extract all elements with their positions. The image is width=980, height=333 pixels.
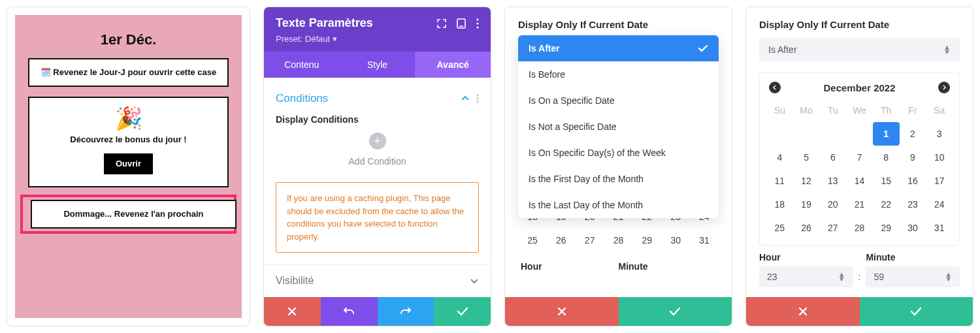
missed-card-text: Dommage... Revenez l'an prochain xyxy=(63,209,203,219)
svg-point-6 xyxy=(477,98,479,100)
calendar-dow-row: SuMoTuWeThFrSa xyxy=(766,99,953,122)
calendar-dow: Tu xyxy=(819,99,846,122)
calendar-day[interactable]: 5 xyxy=(793,146,820,169)
hour-value: 23 xyxy=(767,272,777,282)
condition-select[interactable]: Is After ▲▼ xyxy=(759,38,960,61)
calendar-day[interactable]: 17 xyxy=(926,169,953,193)
condition-option[interactable]: Is After xyxy=(518,35,719,61)
calendar-row: 45678910 xyxy=(766,146,953,169)
preset-label[interactable]: Preset: Défaut ▾ xyxy=(276,34,479,44)
calendar-day[interactable]: 26 xyxy=(793,216,820,240)
cancel-button[interactable] xyxy=(264,297,321,326)
condition-option-label: Is After xyxy=(529,43,560,54)
tab-style[interactable]: Style xyxy=(340,52,416,78)
section-visibility-header[interactable]: Visibilité xyxy=(264,264,491,297)
time-colon: : xyxy=(858,257,861,282)
condition-footer xyxy=(746,297,973,326)
svg-point-3 xyxy=(476,22,478,24)
calendar-day[interactable]: 27 xyxy=(576,229,604,252)
calendar-day[interactable]: 9 xyxy=(900,146,926,169)
condition-option-label: Is Before xyxy=(529,69,565,80)
cancel-button[interactable] xyxy=(746,297,860,326)
calendar-day[interactable]: 14 xyxy=(846,169,873,193)
calendar-day[interactable]: 25 xyxy=(518,229,547,252)
calendar-dow: Sa xyxy=(926,99,953,122)
party-popper-icon: 🎉 xyxy=(35,107,222,129)
minute-label: Minute xyxy=(619,261,717,272)
calendar-day[interactable]: 29 xyxy=(632,229,661,252)
calendar-day[interactable]: 29 xyxy=(873,216,900,240)
calendar-day[interactable]: 15 xyxy=(873,169,900,193)
calendar-day[interactable]: 13 xyxy=(819,169,846,193)
updown-icon: ▲▼ xyxy=(943,45,951,54)
calendar-day[interactable]: 2 xyxy=(900,122,926,146)
calendar-day[interactable]: 31 xyxy=(690,229,719,252)
minute-input[interactable]: 59 ▲▼ xyxy=(866,266,960,287)
condition-option[interactable]: Is Before xyxy=(518,61,719,87)
hour-label: Hour xyxy=(521,261,619,272)
calendar-day[interactable]: 28 xyxy=(604,229,633,252)
tab-advanced[interactable]: Avancé xyxy=(415,52,491,78)
advent-card: 1er Déc. 🗓️ Revenez le Jour-J pour ouvri… xyxy=(15,15,242,318)
calendar-day[interactable]: 26 xyxy=(547,229,576,252)
expand-icon[interactable] xyxy=(437,19,446,28)
tab-content[interactable]: Contenu xyxy=(264,52,340,78)
calendar-day[interactable]: 28 xyxy=(846,216,873,240)
condition-option[interactable]: Is On Specific Day(s) of the Week xyxy=(518,140,719,166)
calendar-day[interactable]: 30 xyxy=(900,216,926,240)
section-visibility-label: Visibilité xyxy=(276,275,314,287)
calendar-day[interactable]: 3 xyxy=(926,122,953,146)
tablet-icon[interactable] xyxy=(457,18,466,29)
save-button[interactable] xyxy=(434,297,491,326)
condition-dropdown[interactable]: Is AfterIs BeforeIs On a Specific DateIs… xyxy=(518,35,719,218)
calendar-day[interactable]: 11 xyxy=(766,169,793,193)
calendar-day[interactable]: 10 xyxy=(926,146,953,169)
settings-footer xyxy=(264,297,491,326)
more-icon[interactable] xyxy=(476,18,479,29)
calendar-day[interactable]: 18 xyxy=(766,193,793,216)
calendar-day[interactable]: 19 xyxy=(793,193,820,216)
calendar-day[interactable]: 12 xyxy=(793,169,820,193)
calendar-row: 25262728293031 xyxy=(518,229,719,252)
calendar-day[interactable]: 25 xyxy=(766,216,793,240)
calendar-day[interactable]: 22 xyxy=(873,193,900,216)
condition-option[interactable]: Is On a Specific Date xyxy=(518,87,719,114)
calendar-day[interactable]: 16 xyxy=(900,169,926,193)
next-month-button[interactable] xyxy=(938,82,950,93)
undo-button[interactable] xyxy=(321,297,378,326)
confirm-button[interactable] xyxy=(619,297,732,326)
calendar-day[interactable]: 23 xyxy=(900,193,926,216)
section-more-icon[interactable] xyxy=(476,94,479,103)
add-condition-button[interactable]: + xyxy=(369,133,386,150)
calendar-day[interactable]: 30 xyxy=(661,229,690,252)
calendar-dow: Th xyxy=(873,99,900,122)
calendar-day[interactable]: 8 xyxy=(873,146,900,169)
condition-option-label: Is the Last Day of the Month xyxy=(529,200,643,210)
open-button[interactable]: Ouvrir xyxy=(104,153,153,174)
calendar-day[interactable]: 24 xyxy=(926,193,953,216)
calendar-day[interactable]: 31 xyxy=(926,216,953,240)
calendar-day[interactable]: 21 xyxy=(846,193,873,216)
svg-rect-1 xyxy=(459,25,463,27)
section-conditions-header[interactable]: Conditions xyxy=(276,87,479,105)
cache-warning: If you are using a caching plugin, This … xyxy=(276,182,479,253)
hour-input[interactable]: 23 ▲▼ xyxy=(759,266,853,287)
chevron-up-icon[interactable] xyxy=(461,94,470,103)
calendar-day[interactable]: 4 xyxy=(766,146,793,169)
cancel-button[interactable] xyxy=(505,297,619,326)
calendar-dow: Mo xyxy=(793,99,820,122)
redo-button[interactable] xyxy=(378,297,434,326)
minute-label: Minute xyxy=(866,252,960,262)
condition-option[interactable]: Is the First Day of the Month xyxy=(518,166,719,192)
condition-option[interactable]: Is the Last Day of the Month xyxy=(518,192,719,218)
prev-month-button[interactable] xyxy=(769,82,781,93)
calendar-day[interactable]: 6 xyxy=(819,146,846,169)
svg-point-5 xyxy=(477,95,479,97)
confirm-button[interactable] xyxy=(860,297,973,326)
calendar-day[interactable]: 20 xyxy=(819,193,846,216)
calendar-day[interactable]: 27 xyxy=(819,216,846,240)
calendar-day[interactable]: 7 xyxy=(846,146,873,169)
highlight-frame: Dommage... Revenez l'an prochain xyxy=(20,195,237,234)
calendar-day[interactable]: 1 xyxy=(873,122,900,146)
condition-option[interactable]: Is Not a Specific Date xyxy=(518,114,719,140)
